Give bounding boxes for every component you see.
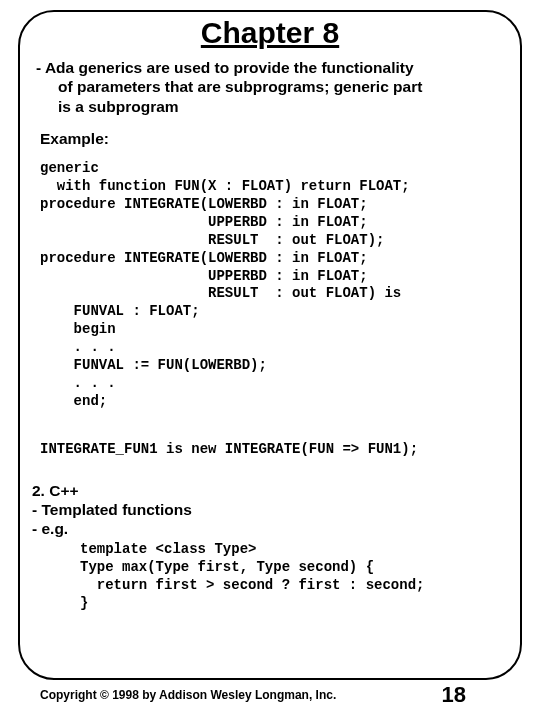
bullet-ada-generics: - Ada generics are used to provide the f… [36, 58, 506, 116]
slide-frame: Chapter 8 - Ada generics are used to pro… [18, 10, 522, 680]
section2-line-3: - e.g. [32, 520, 68, 537]
code-block-template: template <class Type> Type max(Type firs… [80, 541, 508, 613]
code-block-generic: generic with function FUN(X : FLOAT) ret… [40, 160, 508, 411]
code-block-instantiate: INTEGRATE_FUN1 is new INTEGRATE(FUN => F… [40, 441, 508, 459]
footer: Copyright © 1998 by Addison Wesley Longm… [40, 682, 500, 708]
example-label: Example: [40, 130, 508, 148]
chapter-title: Chapter 8 [32, 16, 508, 50]
bullet-line-2: of parameters that are subprograms; gene… [36, 77, 506, 96]
bullet-line-1: - Ada generics are used to provide the f… [36, 59, 414, 76]
section-cpp: 2. C++ - Templated functions - e.g. [32, 481, 508, 539]
copyright-text: Copyright © 1998 by Addison Wesley Longm… [40, 688, 336, 702]
section2-line-1: 2. C++ [32, 482, 79, 499]
page-number: 18 [442, 682, 466, 708]
section2-line-2: - Templated functions [32, 501, 192, 518]
bullet-line-3: is a subprogram [36, 97, 506, 116]
